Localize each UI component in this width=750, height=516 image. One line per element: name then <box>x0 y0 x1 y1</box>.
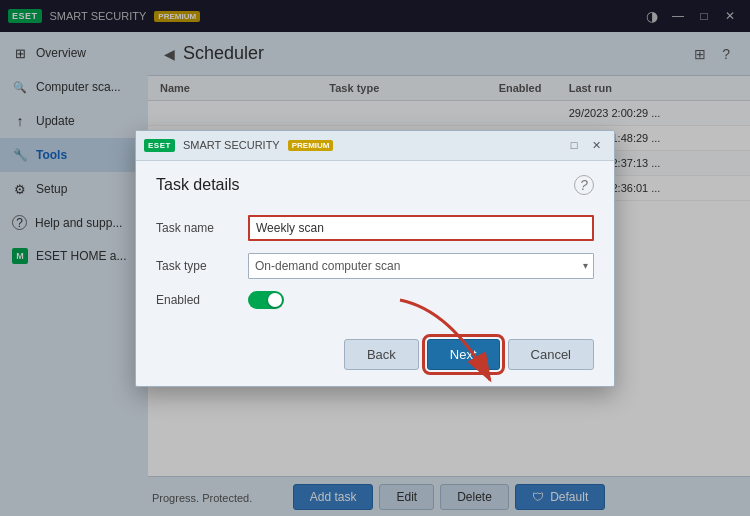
modal-close-button[interactable]: ✕ <box>586 136 606 154</box>
modal-overlay: ESET SMART SECURITY PREMIUM □ ✕ Task det… <box>0 0 750 516</box>
enabled-row: Enabled <box>156 291 594 309</box>
task-name-row: Task name <box>156 215 594 241</box>
modal-premium-badge: PREMIUM <box>288 140 334 151</box>
modal-header: Task details ? <box>136 161 614 205</box>
task-type-select-wrapper: On-demand computer scan ▾ <box>248 253 594 279</box>
next-button[interactable]: Next <box>427 339 500 370</box>
task-name-input[interactable] <box>248 215 594 241</box>
modal-footer: Back Next Cancel <box>136 329 614 386</box>
task-type-label: Task type <box>156 259 236 273</box>
modal-titlebar-controls: □ ✕ <box>564 136 606 154</box>
enabled-toggle[interactable] <box>248 291 284 309</box>
modal-titlebar: ESET SMART SECURITY PREMIUM □ ✕ <box>136 131 614 161</box>
task-type-select[interactable]: On-demand computer scan <box>248 253 594 279</box>
modal-dialog: ESET SMART SECURITY PREMIUM □ ✕ Task det… <box>135 130 615 387</box>
modal-app-title: SMART SECURITY <box>183 139 280 151</box>
modal-titlebar-left: ESET SMART SECURITY PREMIUM <box>144 139 333 152</box>
modal-title: Task details <box>156 176 240 194</box>
enabled-label: Enabled <box>156 293 236 307</box>
modal-body: Task name Task type On-demand computer s… <box>136 205 614 329</box>
modal-help-button[interactable]: ? <box>574 175 594 195</box>
back-button[interactable]: Back <box>344 339 419 370</box>
task-name-label: Task name <box>156 221 236 235</box>
toggle-knob <box>268 293 282 307</box>
modal-maximize-button[interactable]: □ <box>564 136 584 154</box>
enabled-toggle-wrapper <box>248 291 594 309</box>
modal-eset-logo: ESET <box>144 139 175 152</box>
task-type-row: Task type On-demand computer scan ▾ <box>156 253 594 279</box>
cancel-button[interactable]: Cancel <box>508 339 594 370</box>
